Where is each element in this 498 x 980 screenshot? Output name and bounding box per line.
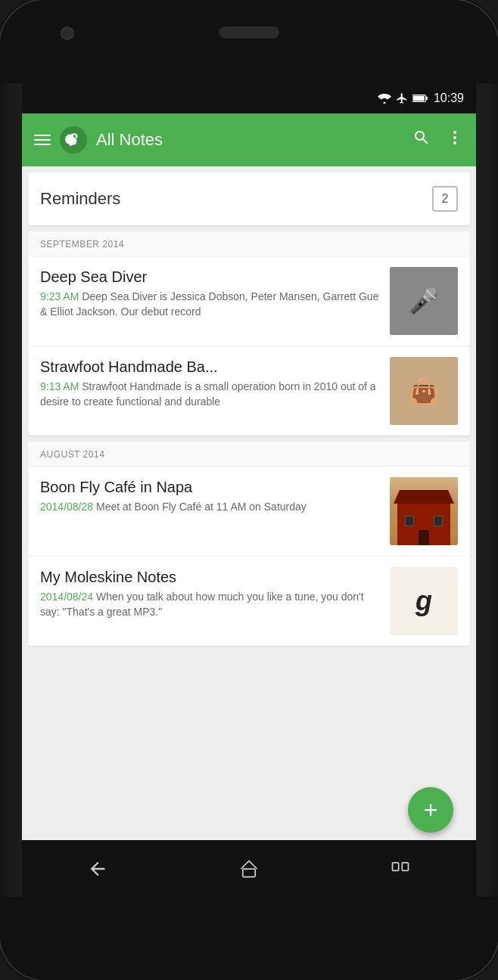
note-content-boon-fly: Boon Fly Café in Napa 2014/08/28 Meet at… (40, 477, 381, 515)
note-content-moleskine: My Moleskine Notes 2014/08/24 When you t… (40, 567, 381, 619)
note-content-deep-sea: Deep Sea Diver 9:23 AM Deep Sea Diver is… (40, 267, 381, 319)
reminders-card[interactable]: Reminders 2 (28, 172, 470, 225)
airplane-icon (396, 92, 408, 104)
content-area: Reminders 2 SEPTEMBER 2014 Deep Sea Dive… (22, 166, 476, 840)
app-bar: All Notes (22, 113, 476, 166)
thumb-image-moleskine: g (390, 567, 458, 635)
status-time: 10:39 (434, 91, 464, 105)
note-preview-text-deep-sea: Deep Sea Diver is Jessica Dobson, Peter … (40, 290, 378, 318)
svg-rect-9 (402, 862, 408, 870)
phone-top-bar (0, 0, 498, 83)
svg-rect-7 (243, 869, 255, 877)
bottom-nav (22, 840, 476, 897)
note-preview-moleskine: 2014/08/24 When you talk about how much … (40, 590, 381, 619)
nav-recents-button[interactable] (378, 854, 423, 884)
more-options-button[interactable] (446, 129, 464, 151)
note-content-strawfoot: Strawfoot Handmade Ba... 9:13 AM Strawfo… (40, 357, 381, 409)
evernote-logo (60, 126, 87, 154)
status-bar: 10:39 (22, 83, 476, 113)
nav-home-button[interactable] (226, 854, 272, 884)
thumb-image-deep-sea (390, 267, 458, 335)
svg-point-4 (453, 131, 456, 134)
nav-back-button[interactable] (75, 854, 120, 884)
note-thumb-moleskine: g (390, 567, 458, 635)
thumb-image-boon-fly (390, 477, 458, 545)
fab-plus-icon: + (424, 798, 438, 822)
screen: 10:39 All Notes (22, 83, 476, 897)
section-header-september: SEPTEMBER 2014 (28, 231, 470, 256)
search-button[interactable] (412, 129, 431, 151)
phone-bottom-bar (0, 897, 498, 980)
svg-point-5 (453, 136, 456, 139)
note-item-strawfoot[interactable]: Strawfoot Handmade Ba... 9:13 AM Strawfo… (28, 346, 470, 436)
svg-rect-3 (413, 96, 425, 101)
fab-add-note[interactable]: + (408, 787, 453, 833)
section-header-august: AUGUST 2014 (28, 442, 470, 466)
note-preview-strawfoot: 9:13 AM Strawfoot Handmade is a small op… (40, 380, 381, 409)
thumb-image-strawfoot (390, 357, 458, 425)
note-title-strawfoot: Strawfoot Handmade Ba... (40, 357, 381, 377)
svg-rect-2 (426, 97, 428, 100)
svg-rect-8 (393, 862, 399, 870)
menu-button[interactable] (34, 135, 51, 145)
section-september-2014: SEPTEMBER 2014 Deep Sea Diver 9:23 AM De… (28, 231, 470, 436)
note-time-moleskine: 2014/08/24 (40, 591, 93, 603)
svg-point-6 (453, 141, 456, 144)
phone-shell: 10:39 All Notes (0, 0, 498, 980)
note-preview-text-strawfoot: Strawfoot Handmade is a small operation … (40, 380, 376, 408)
wifi-icon (378, 93, 391, 104)
reminders-badge: 2 (432, 186, 458, 212)
note-time-boon-fly: 2014/08/28 (40, 501, 93, 513)
reminders-label: Reminders (40, 189, 120, 209)
note-item-moleskine[interactable]: My Moleskine Notes 2014/08/24 When you t… (28, 556, 470, 646)
note-preview-deep-sea: 9:23 AM Deep Sea Diver is Jessica Dobson… (40, 290, 381, 319)
note-thumb-deep-sea (390, 267, 458, 335)
note-thumb-boon-fly (390, 477, 458, 545)
note-title-boon-fly: Boon Fly Café in Napa (40, 477, 381, 497)
battery-icon (412, 93, 429, 104)
note-preview-text-boon-fly: Meet at Boon Fly Café at 11 AM on Saturd… (96, 501, 307, 513)
note-title-deep-sea: Deep Sea Diver (40, 267, 381, 287)
status-icons: 10:39 (378, 91, 464, 105)
note-item-deep-sea-diver[interactable]: Deep Sea Diver 9:23 AM Deep Sea Diver is… (28, 256, 470, 346)
note-thumb-strawfoot (390, 357, 458, 425)
svg-point-0 (383, 102, 385, 104)
app-title: All Notes (96, 130, 403, 150)
speaker (219, 26, 279, 39)
note-title-moleskine: My Moleskine Notes (40, 567, 381, 587)
note-preview-boon-fly: 2014/08/28 Meet at Boon Fly Café at 11 A… (40, 500, 381, 515)
camera (61, 26, 74, 40)
note-item-boon-fly[interactable]: Boon Fly Café in Napa 2014/08/28 Meet at… (28, 466, 470, 556)
section-august-2014: AUGUST 2014 Boon Fly Café in Napa 2014/0… (28, 442, 470, 646)
note-time-deep-sea: 9:23 AM (40, 290, 79, 302)
note-time-strawfoot: 9:13 AM (40, 380, 79, 392)
